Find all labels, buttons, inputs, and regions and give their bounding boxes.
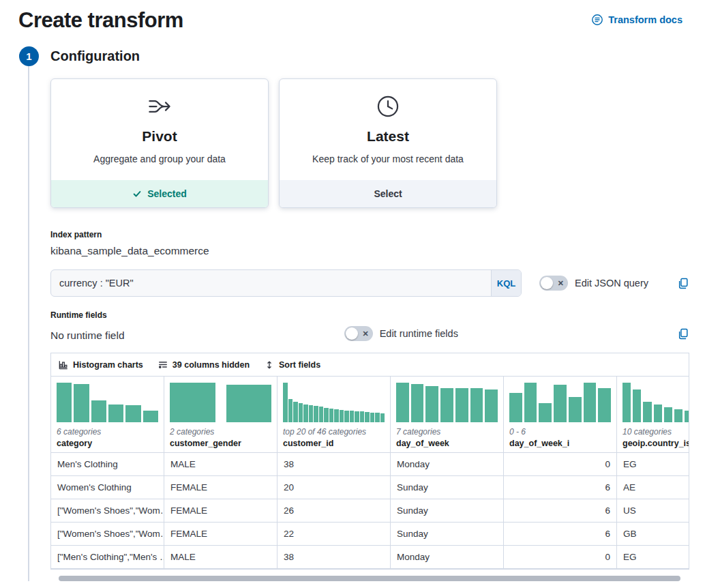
- histogram-bar: [440, 388, 453, 422]
- table-cell[interactable]: 20: [278, 476, 391, 499]
- histogram-bar: [470, 388, 483, 422]
- toggle-knob: [541, 277, 553, 289]
- toggle-off-x-icon: ✕: [362, 330, 368, 338]
- pivot-selected-footer[interactable]: Selected: [51, 180, 268, 207]
- table-cell[interactable]: 6: [504, 476, 617, 499]
- table-cell[interactable]: Men's Clothing: [51, 453, 164, 475]
- copy-icon: [678, 278, 689, 289]
- histogram-bar: [350, 411, 355, 422]
- latest-card-title: Latest: [280, 128, 496, 145]
- column-header-category[interactable]: 6 categoriescategory: [51, 377, 164, 452]
- kql-language-button[interactable]: KQL: [491, 270, 521, 296]
- table-cell[interactable]: EG: [617, 453, 689, 475]
- table-cell[interactable]: ["Women's Shoes","Wom…: [51, 523, 164, 545]
- histogram-day_of_week: [396, 383, 498, 422]
- table-cell[interactable]: FEMALE: [164, 499, 278, 522]
- page-header: Create transform Transform docs: [0, 0, 705, 33]
- table-cell[interactable]: Women's Clothing: [51, 476, 164, 499]
- histogram-bar: [340, 410, 344, 422]
- column-header-day_of_week_i[interactable]: 0 - 6day_of_week_i: [504, 377, 617, 452]
- query-input[interactable]: [51, 270, 491, 296]
- copy-runtime-button[interactable]: [678, 328, 689, 340]
- table-cell[interactable]: 6: [504, 499, 617, 522]
- latest-footer-label: Select: [374, 188, 402, 199]
- histogram-bar: [226, 385, 272, 422]
- table-cell[interactable]: 38: [278, 546, 391, 568]
- copy-query-button[interactable]: [678, 278, 689, 289]
- histogram-bar: [319, 407, 324, 422]
- column-name: customer_id: [283, 439, 385, 448]
- horizontal-scrollbar[interactable]: [59, 576, 680, 581]
- runtime-fields-label: Runtime fields: [50, 310, 705, 320]
- docs-icon: [591, 14, 603, 26]
- columns-hidden-label: 39 columns hidden: [172, 360, 250, 370]
- table-cell[interactable]: FEMALE: [164, 523, 278, 545]
- table-cell[interactable]: EG: [617, 546, 689, 568]
- column-name: day_of_week_i: [509, 439, 611, 448]
- table-cell[interactable]: ["Men's Clothing","Men's …: [51, 546, 164, 568]
- table-cell[interactable]: 0: [504, 453, 617, 475]
- histogram-bar: [329, 409, 334, 422]
- histogram-bar: [554, 385, 567, 422]
- table-cell[interactable]: US: [617, 499, 689, 522]
- column-header-customer_gender[interactable]: 2 categoriescustomer_gender: [164, 377, 278, 452]
- histogram-customer_gender: [170, 383, 271, 422]
- copy-icon: [678, 328, 689, 340]
- column-legend: 7 categories: [396, 427, 498, 437]
- latest-card-description: Keep track of your most recent data: [280, 153, 496, 164]
- column-legend: 10 categories: [622, 427, 689, 437]
- step-number-badge: 1: [19, 46, 39, 66]
- table-cell[interactable]: FEMALE: [164, 476, 278, 499]
- latest-select-button[interactable]: Select: [280, 180, 496, 207]
- table-cell[interactable]: GB: [617, 523, 689, 545]
- table-row: Men's ClothingMALE38Monday0EG: [51, 453, 689, 476]
- table-cell[interactable]: ["Women's Shoes","Wom…: [51, 499, 164, 522]
- histogram-bar: [509, 393, 522, 422]
- latest-card[interactable]: Latest Keep track of your most recent da…: [279, 78, 497, 208]
- histogram-charts-label: Histogram charts: [73, 360, 143, 370]
- table-cell[interactable]: 26: [278, 499, 391, 522]
- index-pattern-value: kibana_sample_data_ecommerce: [50, 245, 705, 257]
- histogram-bar: [293, 402, 298, 422]
- table-cell[interactable]: 0: [504, 546, 617, 568]
- histogram-bar: [299, 403, 303, 422]
- pivot-card[interactable]: Pivot Aggregate and group your data Sele…: [50, 78, 269, 208]
- column-header-geoip.country_iso_...[interactable]: 10 categoriesgeoip.country_iso_...: [617, 377, 689, 452]
- columns-hidden-button[interactable]: 39 columns hidden: [158, 360, 250, 370]
- step-header: 1 Configuration: [19, 46, 705, 66]
- histogram-bar: [598, 388, 611, 422]
- histogram-geoip.country_iso_...: [622, 383, 689, 422]
- histogram-category: [57, 383, 158, 422]
- transform-docs-link[interactable]: Transform docs: [591, 14, 682, 26]
- histogram-bar: [425, 386, 438, 422]
- column-header-day_of_week[interactable]: 7 categoriesday_of_week: [391, 377, 504, 452]
- table-cell[interactable]: 22: [278, 523, 391, 545]
- table-cell[interactable]: Monday: [391, 546, 504, 568]
- column-header-customer_id[interactable]: top 20 of 46 categoriescustomer_id: [278, 377, 391, 452]
- edit-runtime-fields-toggle[interactable]: ✕: [344, 326, 373, 341]
- table-cell[interactable]: Sunday: [391, 476, 504, 499]
- table-cell[interactable]: 6: [504, 523, 617, 545]
- histogram-charts-button[interactable]: Histogram charts: [59, 360, 143, 370]
- table-cell[interactable]: Sunday: [391, 523, 504, 545]
- table-cell[interactable]: 38: [278, 453, 391, 475]
- column-legend: 0 - 6: [509, 427, 611, 437]
- configuration-panel: Pivot Aggregate and group your data Sele…: [28, 66, 705, 581]
- histogram-bar: [303, 405, 308, 422]
- edit-runtime-fields-label: Edit runtime fields: [380, 328, 458, 339]
- histogram-bar: [370, 413, 375, 423]
- table-cell[interactable]: Sunday: [391, 499, 504, 522]
- edit-json-query-toggle[interactable]: ✕: [539, 276, 568, 291]
- grid-body: Men's ClothingMALE38Monday0EGWomen's Clo…: [51, 453, 689, 569]
- table-row: ["Women's Shoes","Wom…FEMALE22Sunday6GB: [51, 523, 689, 546]
- table-cell[interactable]: MALE: [164, 453, 278, 475]
- latest-card-body: Latest Keep track of your most recent da…: [280, 79, 496, 180]
- sort-fields-button[interactable]: Sort fields: [265, 360, 320, 370]
- histogram-bar: [74, 384, 89, 422]
- column-legend: top 20 of 46 categories: [283, 427, 385, 437]
- table-cell[interactable]: Monday: [391, 453, 504, 475]
- table-cell[interactable]: MALE: [164, 546, 278, 568]
- histogram-bar: [411, 384, 424, 422]
- histogram-bar: [108, 405, 123, 422]
- table-cell[interactable]: AE: [617, 476, 689, 499]
